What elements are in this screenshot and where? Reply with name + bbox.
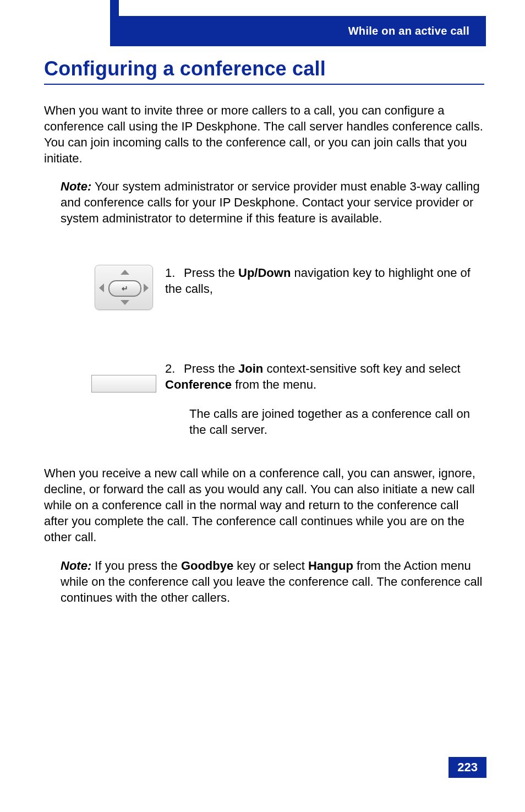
softkey-name: Join bbox=[238, 362, 263, 375]
text-fragment: key or select bbox=[233, 559, 308, 573]
arrow-down-icon bbox=[121, 300, 129, 305]
step-2-graphic bbox=[44, 361, 165, 393]
note-body: Your system administrator or service pro… bbox=[61, 179, 480, 225]
title-rule bbox=[44, 84, 484, 85]
text-fragment: context-sensitive soft key and select bbox=[263, 362, 460, 375]
intro-paragraph: When you want to invite three or more ca… bbox=[44, 102, 484, 166]
key-name: Up/Down bbox=[238, 266, 291, 280]
note-label: Note: bbox=[61, 559, 91, 573]
step-1-text: 1.Press the Up/Down navigation key to hi… bbox=[165, 265, 484, 297]
menu-item-name: Conference bbox=[165, 378, 232, 391]
step-1-graphic: ↵ bbox=[44, 265, 165, 310]
step-2: 2.Press the Join context-sensitive soft … bbox=[44, 361, 484, 438]
note-2: Note: If you press the Goodbye key or se… bbox=[44, 558, 484, 606]
arrow-right-icon bbox=[144, 284, 149, 292]
enter-key-icon: ↵ bbox=[108, 280, 141, 297]
action-name: Hangup bbox=[308, 559, 353, 573]
page-number: 223 bbox=[449, 757, 486, 778]
step-result: The calls are joined together as a confe… bbox=[165, 406, 484, 438]
page-content: Configuring a conference call When you w… bbox=[44, 57, 484, 621]
note-label: Note: bbox=[61, 179, 91, 193]
text-fragment: Press the bbox=[184, 362, 238, 375]
procedure-steps: ↵ 1.Press the Up/Down navigation key to … bbox=[44, 265, 484, 438]
navigation-key-icon: ↵ bbox=[95, 265, 153, 310]
step-2-text: 2.Press the Join context-sensitive soft … bbox=[165, 361, 484, 438]
chapter-header-label: While on an active call bbox=[348, 25, 469, 37]
arrow-left-icon bbox=[99, 284, 104, 292]
header-left-stub bbox=[110, 0, 119, 46]
section-title: Configuring a conference call bbox=[44, 57, 484, 80]
chapter-header: While on an active call bbox=[119, 16, 486, 46]
soft-key-icon bbox=[91, 375, 156, 393]
note-1: Note: Your system administrator or servi… bbox=[44, 178, 484, 226]
step-number: 1. bbox=[165, 265, 184, 281]
step-1: ↵ 1.Press the Up/Down navigation key to … bbox=[44, 265, 484, 310]
text-fragment: Press the bbox=[184, 266, 238, 280]
step-number: 2. bbox=[165, 361, 184, 377]
paragraph-2: When you receive a new call while on a c… bbox=[44, 465, 484, 545]
enter-glyph-icon: ↵ bbox=[122, 284, 128, 293]
text-fragment: If you press the bbox=[95, 559, 181, 573]
arrow-up-icon bbox=[121, 270, 129, 275]
key-name: Goodbye bbox=[181, 559, 233, 573]
text-fragment: from the menu. bbox=[232, 378, 316, 391]
